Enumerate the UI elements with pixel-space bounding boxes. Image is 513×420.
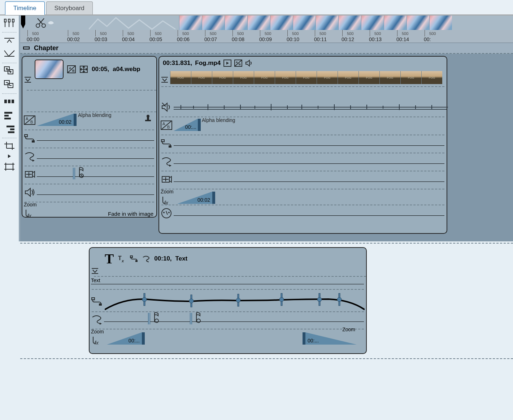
time-ruler[interactable]: 00:0000:0200:0300:0400:0500:0600:0700:08… <box>20 30 513 43</box>
motion-curve[interactable] <box>105 290 365 311</box>
tool-cut-above-icon[interactable] <box>1 34 18 46</box>
svg-text:A: A <box>26 117 29 121</box>
curve-lane[interactable] <box>159 153 447 171</box>
zoom-label: Zoom <box>91 329 104 334</box>
svg-point-38 <box>42 24 45 27</box>
camera-lane[interactable] <box>159 171 447 189</box>
fx-lane[interactable]: Zoom fx Fade in with image <box>22 202 156 218</box>
scissors-icon[interactable] <box>35 17 46 28</box>
audio-lane[interactable]: /*placeholder*/ <box>159 99 447 117</box>
flag-icon[interactable] <box>154 312 160 324</box>
clip-a04[interactable]: AB 00:05, a04.webp AB 00:02 <box>22 56 157 218</box>
curve-lane[interactable] <box>90 311 366 329</box>
ab-icon[interactable]: AB <box>67 65 76 73</box>
ruler-sub-label: 500 <box>429 31 436 36</box>
keyframe-marker[interactable] <box>148 313 150 324</box>
ruler-sub-label: 500 <box>265 31 271 36</box>
tool-group-add-icon[interactable] <box>1 65 18 77</box>
chapter-header[interactable]: Chapter <box>20 43 513 54</box>
clip-thumbnail-strip: FOGFOGFOGFOGFOGFOGFOGFOGFOGFOGFOGFOGFOG <box>170 71 447 84</box>
shape-icon[interactable] <box>46 18 56 27</box>
ruler-time-label: 00:03 <box>95 36 107 42</box>
path-lane[interactable] <box>159 135 447 153</box>
path-small-icon[interactable] <box>130 254 138 263</box>
svg-marker-72 <box>226 62 229 65</box>
svg-point-116 <box>163 212 165 213</box>
ruler-time-label: 00:06 <box>177 36 190 42</box>
transition-lane[interactable]: AB 00:02 Alpha blending <box>22 112 156 130</box>
tab-storyboard[interactable]: Storyboard <box>46 1 93 15</box>
ab-icon[interactable]: AB <box>234 60 242 67</box>
transition-time: 00:02 <box>59 119 71 125</box>
tool-align-left-icon[interactable] <box>1 109 18 121</box>
tool-group-remove-icon[interactable] <box>1 78 18 91</box>
svg-rect-24 <box>6 126 14 127</box>
text-fx-icon[interactable]: Tx <box>117 254 126 263</box>
collapse-icon[interactable] <box>23 47 30 49</box>
curve-small-icon[interactable] <box>142 254 151 263</box>
tool-play-icon[interactable] <box>1 153 18 159</box>
svg-rect-107 <box>169 145 171 148</box>
fx-lane[interactable]: Zoom fx 00:... Zoom 00:... <box>90 329 366 346</box>
zoom-time: 00:... <box>308 338 319 344</box>
path-lane[interactable] <box>22 130 156 148</box>
camera-lane-icon <box>24 169 35 180</box>
curve-lane[interactable] <box>22 148 156 166</box>
fx-lane[interactable]: Zoom fx 00:02 <box>159 189 447 205</box>
clip-duration: 00:10, <box>154 255 171 262</box>
clip-text[interactable]: T Tx 00:10, Text Text <box>89 247 367 354</box>
tab-timeline[interactable]: Timeline <box>5 1 45 15</box>
svg-rect-125 <box>92 298 95 300</box>
text-type-icon: T <box>105 251 114 267</box>
insert-handle-icon[interactable] <box>24 76 31 84</box>
zoom-time: 00:... <box>129 338 140 344</box>
path-lane-icon <box>161 137 172 149</box>
tool-columns-icon[interactable] <box>1 95 18 108</box>
ruler-time-label: 00:05 <box>149 36 162 42</box>
svg-line-117 <box>166 211 168 215</box>
svg-rect-32 <box>6 164 13 169</box>
flag-icon[interactable] <box>196 312 201 324</box>
keyframe-marker[interactable] <box>190 313 192 324</box>
ruler-sub-label: 500 <box>155 31 161 36</box>
playhead-icon[interactable] <box>21 16 27 30</box>
insert-handle-icon[interactable] <box>91 267 99 275</box>
tool-align-right-icon[interactable] <box>1 123 18 135</box>
svg-point-128 <box>142 297 147 302</box>
svg-rect-18 <box>4 100 7 103</box>
clip-title: Text <box>175 255 188 262</box>
camera-lane[interactable] <box>22 166 156 184</box>
move-icon[interactable] <box>79 65 88 73</box>
tool-cut-below-icon[interactable] <box>1 48 18 60</box>
sound-lane-icon <box>24 187 35 198</box>
svg-point-59 <box>147 115 149 118</box>
audio-waveform <box>174 102 448 112</box>
tool-markers-icon[interactable] <box>1 17 18 29</box>
fx-lane-icon: fx <box>91 334 103 346</box>
ruler-sub-label: 500 <box>73 31 79 36</box>
svg-point-136 <box>317 297 322 302</box>
svg-marker-139 <box>100 323 102 325</box>
sound-lane[interactable] <box>22 184 156 202</box>
top-preview-strip <box>20 16 513 30</box>
motion-curve-lane[interactable] <box>90 290 366 311</box>
flag-icon[interactable] <box>79 167 84 179</box>
ruler-time-label: 00:07 <box>204 36 217 42</box>
text-track-lane[interactable]: Text <box>90 277 366 290</box>
sound-icon[interactable] <box>245 60 253 67</box>
keyframe-marker[interactable] <box>73 168 75 179</box>
speed-lane[interactable] <box>159 205 447 221</box>
ruler-time-label: 00:09 <box>259 36 272 42</box>
svg-rect-20 <box>12 100 14 103</box>
clip-fog[interactable]: 00:31.831, Fog.mp4 AB FOGFOGFOGFOGFOGFOG… <box>158 56 447 234</box>
tool-crop-icon[interactable] <box>1 140 18 152</box>
svg-rect-106 <box>161 140 164 142</box>
svg-rect-121 <box>130 256 132 258</box>
stamp-icon[interactable] <box>145 114 151 122</box>
tool-frame-icon[interactable] <box>1 161 18 173</box>
video-icon[interactable] <box>223 60 231 67</box>
insert-handle-icon[interactable] <box>161 76 168 84</box>
transition-lane[interactable]: AB 00:... Alpha blending <box>159 117 447 135</box>
clip-duration: 00:31.831, <box>163 60 192 67</box>
ruler-sub-label: 500 <box>182 31 189 36</box>
